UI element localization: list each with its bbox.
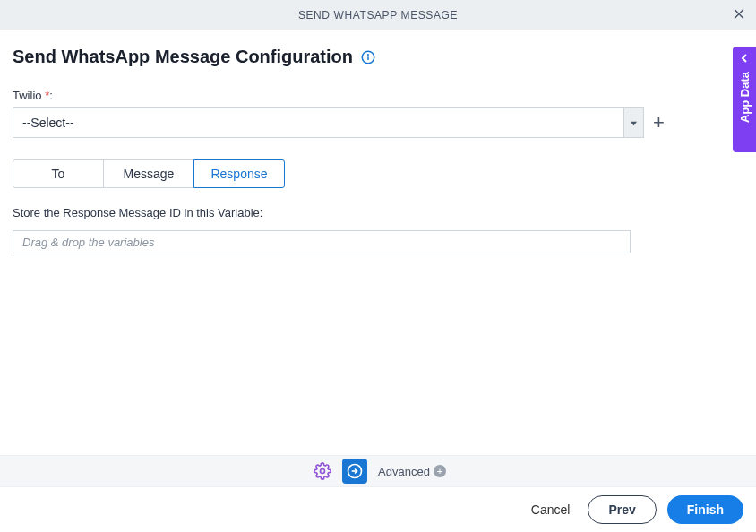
info-icon[interactable] — [360, 49, 376, 65]
page-title: Send WhatsApp Message Configuration — [13, 47, 353, 67]
title-bar: SEND WHATSAPP MESSAGE — [0, 0, 756, 30]
chevron-down-icon[interactable] — [623, 108, 643, 137]
footer-toolbar: Advanced + — [0, 455, 756, 487]
response-variable-input[interactable]: Drag & drop the variables — [13, 230, 631, 253]
page-heading-row: Send WhatsApp Message Configuration — [13, 47, 743, 67]
arrow-circle-icon[interactable] — [342, 459, 367, 484]
twilio-label-text: Twilio — [13, 89, 42, 102]
action-row: Cancel Prev Finish — [0, 487, 756, 532]
tab-response[interactable]: Response — [193, 159, 285, 188]
close-icon[interactable] — [731, 5, 747, 24]
response-variable-label: Store the Response Message ID in this Va… — [13, 206, 262, 219]
app-data-label: App Data — [738, 72, 752, 123]
twilio-select-row: --Select-- + — [13, 107, 743, 138]
twilio-label: Twilio *: — [13, 89, 53, 102]
finish-button[interactable]: Finish — [667, 495, 743, 524]
twilio-select[interactable]: --Select-- — [13, 107, 644, 138]
content-area: Send WhatsApp Message Configuration Twil… — [0, 30, 756, 253]
tab-to[interactable]: To — [13, 159, 104, 188]
tabs: To Message Response — [13, 159, 743, 188]
prev-button[interactable]: Prev — [588, 495, 656, 524]
svg-point-6 — [321, 469, 325, 474]
response-variable-field: Store the Response Message ID in this Va… — [13, 204, 743, 253]
tab-message[interactable]: Message — [103, 159, 194, 188]
label-colon: : — [49, 89, 53, 102]
twilio-field: Twilio *: --Select-- + — [13, 87, 743, 138]
cancel-button[interactable]: Cancel — [531, 502, 571, 517]
advanced-toggle[interactable]: Advanced + — [378, 465, 446, 478]
add-connection-button[interactable]: + — [653, 113, 665, 133]
response-variable-placeholder: Drag & drop the variables — [22, 236, 154, 249]
svg-point-4 — [368, 54, 369, 55]
twilio-select-value[interactable]: --Select-- — [13, 108, 623, 137]
gear-icon[interactable] — [310, 459, 335, 484]
svg-marker-5 — [631, 121, 637, 125]
title-bar-text: SEND WHATSAPP MESSAGE — [298, 9, 458, 21]
plus-circle-icon: + — [434, 465, 446, 477]
app-data-sidetab[interactable]: App Data — [733, 47, 756, 152]
advanced-label-text: Advanced — [378, 465, 430, 478]
